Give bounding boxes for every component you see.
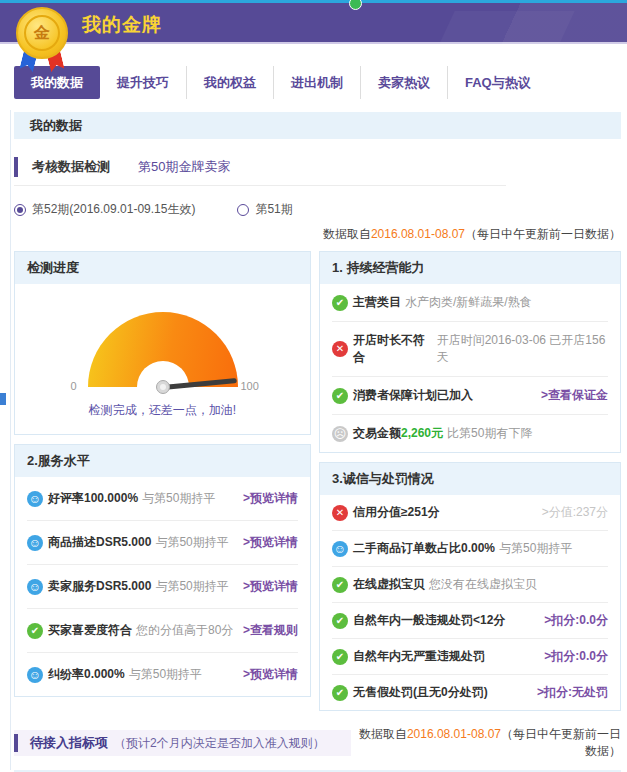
subtab-accent-bar bbox=[14, 157, 18, 177]
panel-progress: 检测进度 0 100 检测完成，还差一点，加油! bbox=[14, 251, 311, 435]
data-source-note: 数据取自2016.08.01-08.07（每日中午更新前一日数据） bbox=[14, 226, 621, 243]
metric-label: 纠纷率0.000% bbox=[48, 666, 125, 683]
subtab-assessment-data[interactable]: 考核数据检测 bbox=[32, 158, 110, 176]
radio-icon[interactable] bbox=[14, 204, 26, 216]
check-icon: ✔ bbox=[332, 613, 348, 629]
gauge-max-label: 100 bbox=[241, 380, 259, 392]
metric-label: 卖家服务DSR5.000 bbox=[48, 578, 151, 595]
metric-detail: 开店时间2016-03-06 已开店156天 bbox=[437, 332, 608, 366]
gauge-min-label: 0 bbox=[71, 380, 77, 392]
metric-label: 二手商品订单数占比0.00% bbox=[353, 540, 495, 557]
preview-detail-link[interactable]: >预览详情 bbox=[243, 578, 298, 595]
tab-faq[interactable]: FAQ与热议 bbox=[448, 66, 548, 99]
metric-detail: 水产肉类/新鲜蔬果/熟食 bbox=[405, 294, 532, 311]
gauge-hub bbox=[156, 380, 170, 394]
tab-improve-tips[interactable]: 提升技巧 bbox=[100, 66, 187, 99]
metric-row: ✔ 在线虚拟宝贝 您没有在线虚拟宝贝 bbox=[332, 567, 608, 603]
data-source-prefix: 数据取自 bbox=[323, 227, 371, 241]
panel-service-level: 2.服务水平 ☺ 好评率100.000% 与第50期持平 >预览详情 ☺ 商品描… bbox=[14, 444, 311, 697]
data-source-suffix: （每日中午更新前一日数据） bbox=[465, 227, 621, 241]
deduction-link[interactable]: >扣分:0.0分 bbox=[544, 648, 608, 665]
metric-row: ✔ 无售假处罚(且无0分处罚) >扣分:无处罚 bbox=[332, 675, 608, 710]
tab-entry-exit-rules[interactable]: 进出机制 bbox=[274, 66, 361, 99]
check-icon: ✔ bbox=[332, 577, 348, 593]
metric-row: ✕ 开店时长不符合 开店时间2016-03-06 已开店156天 bbox=[332, 322, 608, 377]
preview-detail-link[interactable]: >预览详情 bbox=[243, 490, 298, 507]
radio-icon[interactable] bbox=[237, 204, 249, 216]
data-source-range: 2016.08.01-08.07 bbox=[371, 227, 465, 241]
metric-row: ✕ 信用分值≥251分 >分值:237分 bbox=[332, 495, 608, 531]
panel-continuous-operation: 1. 持续经营能力 ✔ 主营类目 水产肉类/新鲜蔬果/熟食 ✕ 开店时长不符合 … bbox=[319, 251, 621, 453]
metric-label: 买家喜爱度符合 bbox=[48, 622, 132, 639]
metric-detail: 您没有在线虚拟宝贝 bbox=[429, 576, 537, 593]
view-rules-link[interactable]: >查看规则 bbox=[243, 622, 298, 639]
pending-accent-bar bbox=[14, 734, 18, 752]
pending-title: 待接入指标项 bbox=[30, 734, 108, 752]
metric-row: ☺ 纠纷率0.000% 与第50期持平 >预览详情 bbox=[27, 653, 298, 696]
data-source-range: 2016.08.01-08.07 bbox=[407, 727, 501, 741]
metric-row: ✔ 消费者保障计划已加入 >查看保证金 bbox=[332, 377, 608, 415]
smile-icon: ☺ bbox=[27, 667, 43, 683]
cross-icon: ✕ bbox=[332, 341, 348, 357]
metric-row: ☹ 交易金额 2,260元 比第50期有下降 bbox=[332, 415, 608, 452]
metric-row: ✔ 主营类目 水产肉类/新鲜蔬果/熟食 bbox=[332, 284, 608, 322]
metric-row: ✔ 自然年内无严重违规处罚 >扣分:0.0分 bbox=[332, 639, 608, 675]
main-nav: 我的数据 提升技巧 我的权益 进出机制 卖家热议 FAQ与热议 bbox=[14, 66, 627, 99]
period-label: 第52期(2016.09.01-09.15生效) bbox=[32, 201, 195, 218]
smile-icon: ☺ bbox=[332, 541, 348, 557]
data-source-note: 数据取自2016.08.01-08.07（每日中午更新前一日数据） bbox=[351, 726, 621, 760]
progress-gauge: 0 100 检测完成，还差一点，加油! bbox=[15, 284, 310, 434]
left-blue-chip bbox=[0, 393, 6, 405]
smile-icon: ☺ bbox=[27, 491, 43, 507]
period-option-52[interactable]: 第52期(2016.09.01-09.15生效) bbox=[14, 201, 195, 218]
metric-detail: 与第50期持平 bbox=[155, 578, 228, 595]
check-icon: ✔ bbox=[332, 649, 348, 665]
metric-label: 好评率100.000% bbox=[48, 490, 138, 507]
pending-metrics-header: 待接入指标项 （预计2个月内决定是否加入准入规则） 数据取自2016.08.01… bbox=[14, 726, 621, 760]
metric-label: 消费者保障计划已加入 bbox=[353, 387, 473, 404]
deduction-link[interactable]: >扣分:无处罚 bbox=[537, 684, 608, 701]
panel-service-title: 2.服务水平 bbox=[15, 445, 310, 477]
preview-detail-link[interactable]: >预览详情 bbox=[243, 534, 298, 551]
page-title: 我的金牌 bbox=[82, 12, 162, 38]
medal-character: 金 bbox=[24, 15, 60, 51]
period-option-51[interactable]: 第51期 bbox=[237, 201, 292, 218]
page-banner: 我的金牌 金 bbox=[0, 3, 627, 44]
status-dot-icon bbox=[349, 0, 362, 10]
tab-my-benefits[interactable]: 我的权益 bbox=[187, 66, 274, 99]
section-title: 我的数据 bbox=[14, 112, 621, 139]
metric-detail: 与第50期持平 bbox=[142, 490, 215, 507]
left-border-line bbox=[10, 110, 11, 770]
metric-label: 自然年内无严重违规处罚 bbox=[353, 648, 485, 665]
banner-decoration bbox=[439, 11, 574, 44]
metric-row: ☺ 卖家服务DSR5.000 与第50期持平 >预览详情 bbox=[27, 565, 298, 609]
metric-row: ✔ 自然年内一般违规处罚<12分 >扣分:0.0分 bbox=[332, 603, 608, 639]
medal-circle: 金 bbox=[16, 7, 68, 59]
metric-label: 自然年内一般违规处罚<12分 bbox=[353, 612, 505, 629]
main-content: 我的数据 考核数据检测 第50期金牌卖家 第52期(2016.09.01-09.… bbox=[0, 112, 627, 772]
subtab-period50-sellers[interactable]: 第50期金牌卖家 bbox=[138, 158, 230, 176]
check-icon: ✔ bbox=[332, 388, 348, 404]
metric-row: ✔ 买家喜爱度符合 您的分值高于80分 >查看规则 bbox=[27, 609, 298, 653]
tab-seller-discussion[interactable]: 卖家热议 bbox=[361, 66, 448, 99]
preview-detail-link[interactable]: >预览详情 bbox=[243, 666, 298, 683]
deduction-link[interactable]: >扣分:0.0分 bbox=[544, 612, 608, 629]
gold-medal-icon: 金 bbox=[14, 7, 70, 73]
view-deposit-link[interactable]: >查看保证金 bbox=[541, 387, 608, 404]
panel-operation-title: 1. 持续经营能力 bbox=[320, 252, 620, 284]
period-label: 第51期 bbox=[255, 201, 292, 218]
data-source-suffix: （每日中午更新前一日数据） bbox=[501, 727, 621, 758]
metric-label: 无售假处罚(且无0分处罚) bbox=[353, 684, 488, 701]
check-icon: ✔ bbox=[27, 623, 43, 639]
smile-icon: ☺ bbox=[27, 579, 43, 595]
check-icon: ✔ bbox=[332, 295, 348, 311]
metric-detail: 与第50期持平 bbox=[129, 666, 202, 683]
sub-nav: 考核数据检测 第50期金牌卖家 bbox=[14, 157, 506, 186]
metric-label: 主营类目 bbox=[353, 294, 401, 311]
panel-progress-title: 检测进度 bbox=[15, 252, 310, 284]
metric-row: ☺ 好评率100.000% 与第50期持平 >预览详情 bbox=[27, 477, 298, 521]
gauge-caption: 检测完成，还差一点，加油! bbox=[15, 402, 310, 419]
metric-detail: 与第50期持平 bbox=[499, 540, 572, 557]
metric-row: ☺ 二手商品订单数占比0.00% 与第50期持平 bbox=[332, 531, 608, 567]
period-selector: 第52期(2016.09.01-09.15生效) 第51期 bbox=[14, 201, 621, 218]
